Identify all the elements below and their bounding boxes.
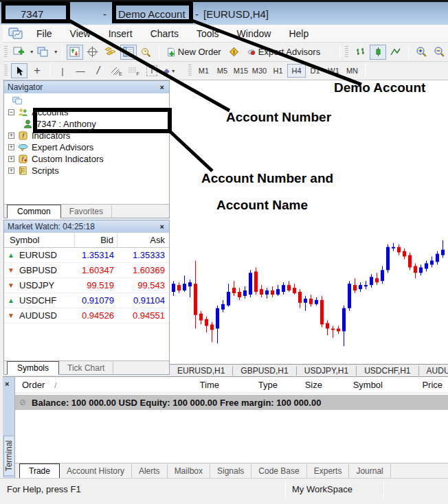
tab-common[interactable]: Common — [7, 205, 61, 218]
navigator-icon — [104, 47, 116, 57]
close-icon[interactable]: × — [5, 380, 9, 388]
column-price[interactable]: Price — [383, 380, 448, 390]
market-watch-toggle-button[interactable] — [67, 45, 83, 60]
chart-tab-eurusd[interactable]: EURUSD,H1 — [170, 366, 233, 376]
column-type[interactable]: Type — [219, 380, 278, 390]
chart-tab-gbpusd[interactable]: GBPUSD,H1 — [233, 366, 296, 376]
cursor-tool-button[interactable] — [11, 63, 27, 78]
line-chart-mode-button[interactable] — [388, 45, 404, 60]
tree-row-root[interactable] — [4, 95, 169, 106]
chart-tab-usdchf[interactable]: USDCHF,H1 — [357, 366, 418, 376]
menu-charts[interactable]: Charts — [142, 28, 188, 39]
chart-area[interactable] — [170, 80, 448, 364]
column-symbol[interactable]: Symbol — [4, 233, 75, 247]
timeframe-w1-button[interactable]: W1 — [324, 64, 343, 78]
tree-row-expert-advisors[interactable]: + Expert Advisors — [4, 141, 169, 153]
timeframe-m15-button[interactable]: M15 — [232, 64, 250, 78]
tab-mailbox[interactable]: Mailbox — [168, 464, 210, 478]
terminal-vertical-tab[interactable]: Terminal — [3, 435, 14, 476]
crosshair-tool-button[interactable]: + — [29, 63, 45, 78]
vertical-line-tool-button[interactable]: | — [54, 63, 71, 78]
close-icon[interactable]: × — [159, 222, 166, 231]
tab-account-history[interactable]: Account History — [60, 464, 132, 478]
new-chart-dropdown-icon[interactable]: ▼ — [30, 49, 34, 54]
tab-signals[interactable]: Signals — [210, 464, 251, 478]
timeframe-mn-button[interactable]: MN — [343, 64, 361, 78]
toolbar-grip[interactable] — [345, 46, 348, 58]
arrows-tool-button[interactable]: ◆ ▼ — [161, 63, 178, 78]
navigator-title-bar[interactable]: Navigator × — [4, 81, 169, 93]
navigator-toggle-button[interactable] — [102, 45, 119, 60]
timeframe-m5-button[interactable]: M5 — [213, 64, 232, 78]
market-watch-row-eurusd[interactable]: ▲EURUSD 1.35314 1.35333 — [4, 248, 169, 263]
column-size[interactable]: Size — [278, 380, 322, 390]
tree-row-indicators[interactable]: + f Indicators — [4, 130, 169, 141]
column-order[interactable]: Order/ — [15, 380, 102, 390]
tab-code-base[interactable]: Code Base — [251, 464, 306, 478]
tab-journal[interactable]: Journal — [349, 464, 390, 478]
menu-view[interactable]: View — [61, 28, 100, 39]
menu-insert[interactable]: Insert — [100, 28, 142, 39]
market-watch-row-audusd[interactable]: ▼AUDUSD 0.94526 0.94551 — [4, 308, 169, 323]
menu-window[interactable]: Window — [228, 28, 280, 39]
fibonacci-tool-button[interactable]: F — [126, 63, 142, 78]
expert-advisors-button[interactable]: Expert Advisors — [244, 45, 324, 60]
new-chart-button[interactable] — [11, 45, 27, 60]
tab-tick-chart[interactable]: Tick Chart — [59, 362, 113, 374]
expand-icon[interactable]: + — [8, 144, 14, 150]
toolbar-grip[interactable] — [4, 46, 8, 58]
close-icon[interactable]: × — [159, 83, 166, 91]
tab-trade[interactable]: Trade — [19, 463, 60, 479]
terminal-toggle-button[interactable] — [120, 45, 137, 60]
balance-row[interactable]: ⊘ Balance: 100 000.00 USD Equity: 100 00… — [15, 395, 448, 410]
menu-help[interactable]: Help — [280, 28, 317, 39]
expand-icon[interactable]: + — [8, 168, 14, 174]
text-tool-button[interactable]: T — [144, 63, 160, 78]
tab-experts[interactable]: Experts — [307, 464, 350, 478]
tab-symbols[interactable]: Symbols — [7, 361, 59, 375]
tab-alerts[interactable]: Alerts — [132, 464, 168, 478]
column-time[interactable]: Time — [102, 380, 219, 390]
menu-file[interactable]: File — [27, 28, 61, 39]
chart-profiles-button[interactable] — [35, 45, 52, 60]
column-bid[interactable]: Bid — [75, 233, 117, 247]
new-order-button[interactable]: New Order — [164, 45, 225, 60]
expand-icon[interactable]: + — [8, 133, 14, 139]
collapse-icon[interactable]: − — [8, 109, 14, 115]
title-bar[interactable]: 7347 - Demo Account - [EURUSD,H4] — [0, 2, 448, 25]
expand-icon[interactable]: + — [8, 156, 14, 162]
bar-chart-mode-button[interactable] — [352, 45, 368, 60]
market-watch-title-bar[interactable]: Market Watch: 04:25:18 × — [4, 220, 169, 233]
data-window-button[interactable] — [85, 45, 101, 60]
horizontal-line-tool-button[interactable]: — — [72, 63, 89, 78]
column-ask[interactable]: Ask — [117, 235, 169, 245]
toolbar-grip[interactable] — [188, 65, 192, 77]
chart-tab-usdjpy[interactable]: USDJPY,H1 — [297, 366, 357, 376]
timeframe-m30-button[interactable]: M30 — [250, 64, 269, 78]
market-watch-row-usdjpy[interactable]: ▼USDJPY 99.519 99.543 — [4, 278, 169, 293]
zoom-out-button[interactable] — [431, 45, 447, 60]
metaquotes-alert-button[interactable]: ! — [226, 45, 243, 60]
timeframe-d1-button[interactable]: D1 — [306, 64, 324, 78]
tree-row-custom-indicators[interactable]: + f Custom Indicators — [4, 153, 169, 165]
menu-tools[interactable]: Tools — [188, 28, 228, 39]
trendline-tool-button[interactable]: / — [90, 63, 107, 78]
market-watch-row-gbpusd[interactable]: ▼GBPUSD 1.60347 1.60369 — [4, 263, 169, 278]
tree-row-scripts[interactable]: + Scripts — [4, 165, 169, 176]
equidistant-channel-tool-button[interactable]: E — [108, 63, 124, 78]
strategy-tester-button[interactable] — [138, 45, 155, 60]
tree-row-account[interactable]: 7347 : Anthony — [4, 118, 169, 130]
candlestick-mode-button[interactable] — [370, 45, 386, 60]
market-watch-row-usdchf[interactable]: ▲USDCHF 0.91079 0.91104 — [4, 293, 169, 308]
tab-favorites[interactable]: Favorites — [61, 205, 112, 218]
chart-profiles-dropdown-icon[interactable]: ▼ — [54, 49, 58, 54]
column-symbol[interactable]: Symbol — [322, 380, 383, 390]
timeframe-h1-button[interactable]: H1 — [269, 64, 287, 78]
timeframe-h4-button[interactable]: H4 — [287, 64, 306, 78]
toolbar-grip[interactable] — [4, 65, 8, 77]
chart-tab-audusd[interactable]: AUDUSD,H1 — [419, 366, 448, 376]
market-watch-icon — [69, 47, 80, 58]
zoom-in-button[interactable] — [413, 45, 429, 60]
timeframe-m1-button[interactable]: M1 — [194, 64, 213, 78]
tree-row-accounts[interactable]: − Accounts — [4, 106, 169, 118]
